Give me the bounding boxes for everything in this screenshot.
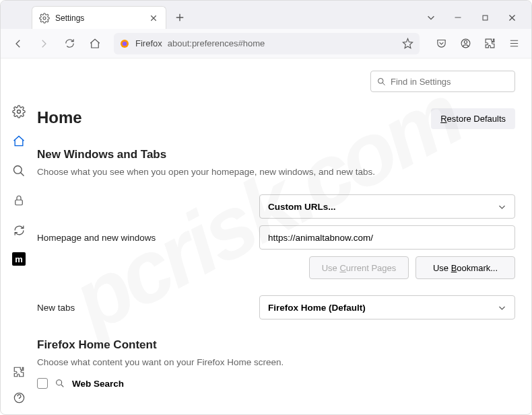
newtabs-label: New tabs <box>37 303 259 313</box>
svg-point-7 <box>14 166 22 174</box>
settings-search[interactable] <box>370 71 515 92</box>
svg-point-5 <box>464 40 467 43</box>
sidebar-privacy-icon[interactable] <box>11 193 26 208</box>
homepage-select[interactable]: Custom URLs... <box>259 194 515 219</box>
fhc-desc: Choose what content you want on your Fir… <box>37 357 515 367</box>
newtabs-select-value: Firefox Home (Default) <box>268 303 366 313</box>
url-text: about:preferences#home <box>168 38 397 48</box>
minimize-icon[interactable] <box>452 11 464 24</box>
svg-point-0 <box>43 17 46 20</box>
search-icon <box>55 378 65 389</box>
newtabs-select[interactable]: Firefox Home (Default) <box>259 295 515 319</box>
fhc-title: Firefox Home Content <box>37 338 515 352</box>
bookmark-star-icon[interactable] <box>402 38 414 50</box>
use-bookmark-button[interactable]: Use Bookmark... <box>415 256 515 279</box>
extensions-icon[interactable] <box>479 33 500 54</box>
home-button[interactable] <box>84 33 106 54</box>
toolbar-right <box>430 33 525 54</box>
svg-point-11 <box>57 380 62 385</box>
svg-rect-8 <box>15 200 23 205</box>
new-tab-button[interactable] <box>170 8 189 27</box>
browser-tab[interactable]: Settings <box>32 6 166 29</box>
forward-button[interactable] <box>33 33 55 54</box>
gear-icon <box>39 13 50 24</box>
toolbar: Firefox about:preferences#home <box>1 29 531 59</box>
maximize-icon[interactable] <box>479 11 491 24</box>
restore-defaults-button[interactable]: Restore Defaults <box>431 108 515 129</box>
section-title: New Windows and Tabs <box>37 148 515 161</box>
svg-point-6 <box>18 110 21 114</box>
sidebar-extensions-icon[interactable] <box>11 365 26 379</box>
main-panel: Home Restore Defaults New Windows and Ta… <box>37 59 531 414</box>
sidebar-general-icon[interactable] <box>11 104 26 119</box>
reload-button[interactable] <box>59 33 80 54</box>
tabbar-right <box>425 11 526 24</box>
websearch-label: Web Search <box>72 379 124 389</box>
homepage-select-value: Custom URLs... <box>268 202 336 212</box>
content-area: m Home Restore Defaults New Windows and … <box>1 59 531 414</box>
tab-title: Settings <box>55 13 143 23</box>
sidebar-search-icon[interactable] <box>11 163 26 178</box>
sidebar: m <box>1 59 37 414</box>
settings-search-input[interactable] <box>391 77 509 87</box>
chevron-down-icon <box>498 202 506 211</box>
svg-point-3 <box>123 41 127 46</box>
tab-bar: Settings <box>1 1 531 29</box>
section-desc: Choose what you see when you open your h… <box>37 167 515 177</box>
search-icon <box>376 77 387 87</box>
sidebar-more-icon[interactable]: m <box>12 252 26 266</box>
url-bar[interactable]: Firefox about:preferences#home <box>114 33 420 54</box>
menu-icon[interactable] <box>503 33 525 54</box>
chevron-down-icon <box>498 303 506 312</box>
window-close-icon[interactable] <box>506 11 518 24</box>
sidebar-help-icon[interactable] <box>11 390 26 405</box>
sidebar-home-icon[interactable] <box>11 134 26 149</box>
sidebar-sync-icon[interactable] <box>11 223 26 237</box>
tabs-dropdown-icon[interactable] <box>425 11 437 24</box>
pocket-icon[interactable] <box>430 33 452 54</box>
homepage-url-input[interactable] <box>259 225 515 250</box>
firefox-icon <box>119 38 130 49</box>
svg-point-10 <box>378 78 384 83</box>
homepage-label: Homepage and new windows <box>37 233 259 243</box>
page-title: Home <box>37 108 82 127</box>
back-button[interactable] <box>7 33 29 54</box>
close-icon[interactable] <box>148 13 159 24</box>
use-current-pages-button[interactable]: Use Current Pages <box>309 256 409 279</box>
account-icon[interactable] <box>455 33 476 54</box>
identity-label: Firefox <box>135 38 162 48</box>
svg-rect-1 <box>483 15 488 20</box>
websearch-checkbox[interactable] <box>37 378 48 389</box>
